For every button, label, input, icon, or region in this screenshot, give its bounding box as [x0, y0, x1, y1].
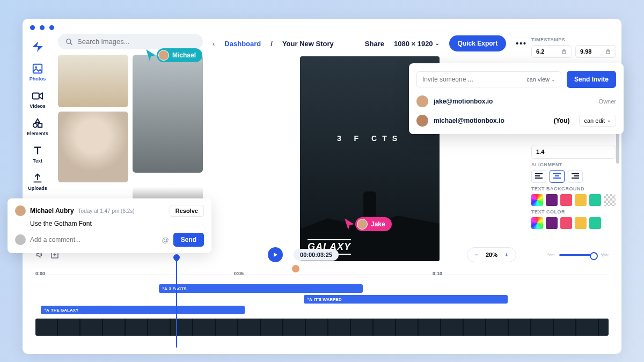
sidebar-item-label: Text: [33, 158, 42, 164]
sidebar-item-label: Photos: [30, 76, 46, 82]
stopwatch-icon: [561, 48, 567, 55]
collaborator-cursor-jake: Jake: [343, 217, 392, 231]
color-transparent[interactable]: [604, 194, 616, 206]
preview-text-1: 3 F CTS: [300, 134, 440, 143]
avatar: [15, 205, 26, 216]
color-swatch[interactable]: [560, 194, 572, 206]
align-right-icon: [572, 173, 579, 180]
ruler-tick: 0:05: [234, 271, 244, 276]
comment-meta: Today at 1:47 pm (6.2s): [78, 208, 135, 214]
share-member-row: michael@motionbox.io (You) can edit ⌄: [416, 115, 616, 127]
color-swatch[interactable]: [546, 217, 558, 229]
member-permission-selector[interactable]: can edit ⌄: [579, 115, 616, 127]
align-center-icon: [553, 173, 561, 180]
svg-rect-0: [33, 64, 42, 73]
asset-thumbnail[interactable]: [133, 55, 203, 173]
member-email: jake@motionbox.io: [434, 98, 493, 105]
text-background-label: TEXT BACKGROUND: [531, 186, 616, 191]
timeline-zoom-slider[interactable]: [559, 254, 597, 256]
scrollbar[interactable]: [616, 131, 619, 164]
share-button[interactable]: Share: [365, 40, 384, 48]
invite-email-input[interactable]: [422, 76, 526, 83]
member-role: Owner: [599, 98, 616, 105]
color-swatch[interactable]: [575, 194, 587, 206]
color-swatch[interactable]: [560, 217, 572, 229]
comment-reply-input[interactable]: [30, 236, 157, 243]
line-height-input[interactable]: 1.4: [531, 145, 616, 159]
resolve-button[interactable]: Resolve: [170, 205, 204, 217]
align-left-icon: [535, 173, 543, 180]
timestamp-end-input[interactable]: 9.98: [575, 45, 616, 58]
send-comment-button[interactable]: Send: [173, 233, 204, 247]
color-picker-button[interactable]: [531, 194, 543, 206]
align-left-button[interactable]: [531, 170, 546, 183]
sidebar-item-videos[interactable]: Videos: [24, 87, 51, 112]
sidebar-item-uploads[interactable]: Uploads: [24, 169, 51, 194]
sidebar-item-text[interactable]: Text: [24, 142, 51, 167]
mention-button[interactable]: @: [162, 236, 169, 244]
align-center-button[interactable]: [550, 170, 565, 183]
shapes-icon: [32, 117, 43, 129]
svg-rect-4: [38, 123, 42, 127]
color-swatch[interactable]: [546, 194, 558, 206]
invite-input-wrapper: can view ⌄: [416, 71, 561, 87]
breadcrumb-dashboard[interactable]: Dashboard: [224, 40, 261, 48]
align-right-button[interactable]: [568, 170, 583, 183]
timeline-clip[interactable]: ⁺A THE GALAXY: [41, 306, 245, 314]
timestamp-start-input[interactable]: 6.2: [531, 45, 572, 58]
play-button[interactable]: [268, 247, 283, 262]
svg-point-3: [33, 123, 37, 127]
asset-thumbnail[interactable]: [58, 112, 128, 182]
dimensions-selector[interactable]: 1080 × 1920⌄: [394, 40, 440, 48]
window-controls: [30, 25, 54, 30]
avatar: [416, 95, 428, 107]
avatar: [15, 234, 26, 245]
color-swatch[interactable]: [589, 217, 601, 229]
invite-permission-selector[interactable]: can view ⌄: [526, 76, 555, 83]
app-logo: [27, 36, 48, 57]
search-icon: [65, 38, 73, 46]
sidebar-item-label: Elements: [27, 131, 48, 136]
sidebar-item-label: Videos: [30, 104, 45, 109]
color-swatch[interactable]: [575, 217, 587, 229]
project-title[interactable]: Your New Story: [282, 40, 334, 48]
playhead[interactable]: [176, 258, 177, 348]
you-indicator: (You): [554, 117, 570, 124]
more-menu[interactable]: •••: [516, 39, 527, 48]
waveform-icon: [601, 252, 609, 257]
member-email: michael@motionbox.io: [434, 117, 504, 124]
alignment-label: ALIGNMENT: [531, 162, 616, 167]
timeline-clip[interactable]: ⁺A 3 FACTS: [159, 284, 363, 293]
timeline-ruler[interactable]: 0:00 0:05 0:10: [35, 275, 609, 284]
sidebar-item-photos[interactable]: Photos: [24, 60, 51, 85]
text-colors: [531, 217, 616, 229]
color-picker-button[interactable]: [531, 217, 543, 229]
timeline-filmstrip[interactable]: [35, 319, 609, 336]
avatar: [416, 115, 428, 127]
quick-export-button[interactable]: Quick Export: [449, 35, 507, 51]
ruler-tick: 0:10: [433, 271, 442, 276]
svg-point-1: [35, 66, 37, 68]
svg-point-5: [67, 39, 71, 43]
color-swatch[interactable]: [589, 194, 601, 206]
collaborator-cursor-michael: Michael: [145, 48, 202, 62]
image-icon: [32, 63, 43, 75]
send-invite-button[interactable]: Send Invite: [567, 71, 616, 88]
share-popover: can view ⌄ Send Invite jake@motionbox.io…: [409, 63, 624, 134]
svg-rect-2: [33, 93, 39, 99]
sidebar-item-elements[interactable]: Elements: [24, 114, 51, 139]
comment-author: Michael Aubry: [30, 207, 74, 215]
play-icon: [272, 252, 279, 258]
video-icon: [32, 90, 43, 102]
timeline-clip[interactable]: ⁺A IT'S WARPED: [304, 295, 508, 304]
asset-thumbnail[interactable]: [58, 55, 128, 107]
timestamps-label: TIMESTAMPS: [531, 37, 616, 42]
text-color-label: TEXT COLOR: [531, 209, 616, 215]
timecode-display: 00:00:03:25: [294, 249, 339, 261]
share-member-row: jake@motionbox.io Owner: [416, 95, 616, 107]
stopwatch-icon: [605, 48, 611, 55]
search-input[interactable]: [58, 34, 203, 49]
timeline-tracks: ⁺A 3 FACTS ⁺A IT'S WARPED ⁺A THE GALAXY: [35, 284, 609, 316]
waveform-icon: [547, 252, 555, 257]
sidebar-item-label: Uploads: [28, 186, 47, 191]
